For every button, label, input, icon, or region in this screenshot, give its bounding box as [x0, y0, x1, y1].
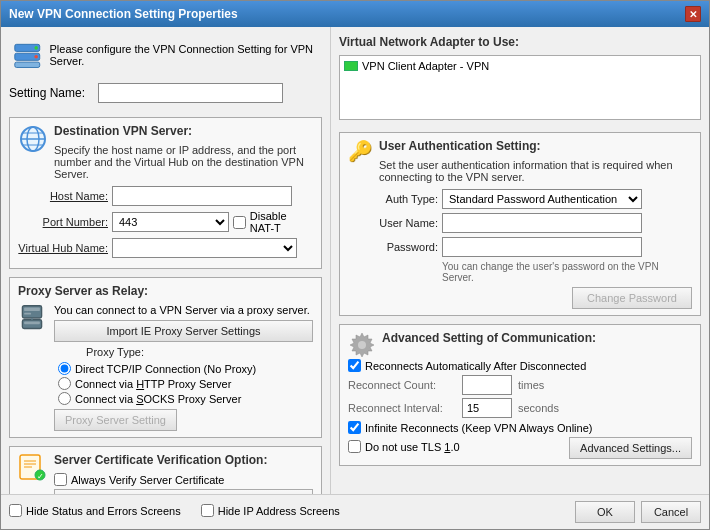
proxy-radio-http[interactable] [58, 377, 71, 390]
close-button[interactable]: ✕ [685, 6, 701, 22]
seconds-label: seconds [518, 402, 559, 414]
user-auth-section: 🔑 User Authentication Setting: Set the u… [339, 132, 701, 316]
left-panel: Please configure the VPN Connection Sett… [1, 27, 331, 494]
hide-status-label: Hide Status and Errors Screens [26, 505, 181, 517]
header-description: Please configure the VPN Connection Sett… [50, 43, 319, 67]
proxy-icon [18, 304, 46, 332]
port-label: Port Number: [18, 216, 108, 228]
proxy-option-1: Connect via HTTP Proxy Server [58, 377, 313, 390]
bottom-checkboxes: Hide Status and Errors Screens Hide IP A… [9, 504, 340, 520]
infinite-reconnect-label: Infinite Reconnects (Keep VPN Always Onl… [365, 422, 592, 434]
destination-desc: Specify the host name or IP address, and… [54, 144, 313, 180]
reconnect-count-input[interactable] [462, 375, 512, 395]
port-select[interactable]: 443 [112, 212, 229, 232]
adapter-list: VPN Client Adapter - VPN [339, 55, 701, 120]
reconnect-count-row: Reconnect Count: times [348, 375, 692, 395]
no-tls-row: Do not use TLS 1.0 [348, 440, 460, 453]
adv-bottom-row: Do not use TLS 1.0 Advanced Settings... [348, 437, 692, 459]
always-verify-row: Always Verify Server Certificate [54, 473, 313, 486]
cert-title: Server Certificate Verification Option: [54, 453, 313, 467]
proxy-option-0: Direct TCP/IP Connection (No Proxy) [58, 362, 313, 375]
hub-select[interactable] [112, 238, 297, 258]
auth-type-row: Auth Type: Standard Password Authenticat… [348, 189, 692, 209]
port-row: Port Number: 443 Disable NAT-T [18, 210, 313, 234]
proxy-radio-direct[interactable] [58, 362, 71, 375]
svg-rect-11 [24, 308, 40, 312]
auth-title: User Authentication Setting: [379, 139, 692, 153]
gear-icon [348, 331, 376, 359]
hostname-label: Host Name: [18, 190, 108, 202]
adapter-section: Virtual Network Adapter to Use: VPN Clie… [339, 35, 701, 124]
auth-header: 🔑 User Authentication Setting: Set the u… [348, 139, 692, 189]
import-proxy-button[interactable]: Import IE Proxy Server Settings [54, 320, 313, 342]
hostname-input[interactable] [112, 186, 292, 206]
reconnect-auto-row: Reconnects Automatically After Disconnec… [348, 359, 692, 372]
advanced-content: Advanced Setting of Communication: [382, 331, 692, 351]
proxy-label-socks: Connect via SOCKS Proxy Server [75, 393, 241, 405]
dialog-window: New VPN Connection Setting Properties ✕ … [0, 0, 710, 530]
hub-label: Virtual Hub Name: [18, 242, 108, 254]
hide-status-row: Hide Status and Errors Screens [9, 504, 181, 517]
svg-point-3 [34, 55, 38, 59]
proxy-option-2: Connect via SOCKS Proxy Server [58, 392, 313, 405]
username-label: User Name: [348, 217, 438, 229]
bottom-bar: Hide Status and Errors Screens Hide IP A… [1, 494, 709, 529]
advanced-title: Advanced Setting of Communication: [382, 331, 692, 345]
disable-nat-checkbox[interactable] [233, 216, 246, 229]
password-row: Password: [348, 237, 692, 257]
password-hint: You can change the user's password on th… [442, 261, 692, 283]
setting-name-input[interactable] [98, 83, 283, 103]
proxy-inner: You can connect to a VPN Server via a pr… [18, 304, 313, 431]
infinite-reconnect-checkbox[interactable] [348, 421, 361, 434]
right-panel: Virtual Network Adapter to Use: VPN Clie… [331, 27, 709, 494]
disable-nat-label: Disable NAT-T [250, 210, 313, 234]
svg-rect-4 [15, 62, 40, 67]
adapter-name: VPN Client Adapter - VPN [362, 60, 489, 72]
adapter-status-dot [344, 61, 358, 71]
reconnect-interval-input[interactable] [462, 398, 512, 418]
svg-rect-12 [24, 313, 31, 315]
no-tls-label: Do not use TLS 1.0 [365, 441, 460, 453]
no-tls-checkbox[interactable] [348, 440, 361, 453]
proxy-setting-button[interactable]: Proxy Server Setting [54, 409, 177, 431]
auth-description: Set the user authentication information … [379, 159, 692, 183]
main-content: Please configure the VPN Connection Sett… [1, 27, 709, 494]
proxy-radio-group: Direct TCP/IP Connection (No Proxy) Conn… [58, 362, 313, 405]
proxy-title: Proxy Server as Relay: [18, 284, 313, 298]
destination-title: Destination VPN Server: [54, 124, 313, 138]
infinite-reconnect-row: Infinite Reconnects (Keep VPN Always Onl… [348, 421, 692, 434]
hide-ip-checkbox[interactable] [201, 504, 214, 517]
proxy-type-label: Proxy Type: [54, 346, 144, 358]
certificate-icon: ✓ [18, 453, 46, 481]
destination-header: Destination VPN Server: Specify the host… [18, 124, 313, 186]
svg-rect-14 [24, 322, 40, 325]
auth-type-select[interactable]: Standard Password Authentication [442, 189, 642, 209]
change-password-row: Change Password [348, 287, 692, 309]
advanced-settings-button[interactable]: Advanced Settings... [569, 437, 692, 459]
certificate-section: ✓ Server Certificate Verification Option… [9, 446, 322, 494]
times-label: times [518, 379, 544, 391]
reconnect-auto-checkbox[interactable] [348, 359, 361, 372]
proxy-radio-socks[interactable] [58, 392, 71, 405]
change-password-button[interactable]: Change Password [572, 287, 692, 309]
password-label: Password: [348, 241, 438, 253]
ok-button[interactable]: OK [575, 501, 635, 523]
hide-ip-row: Hide IP Address Screens [201, 504, 340, 517]
proxy-section: Proxy Server as Relay: You can connect t… [9, 277, 322, 438]
username-input[interactable] [442, 213, 642, 233]
setting-name-row: Setting Name: [9, 83, 322, 103]
bottom-buttons: OK Cancel [575, 501, 701, 523]
cancel-button[interactable]: Cancel [641, 501, 701, 523]
password-input[interactable] [442, 237, 642, 257]
hub-row: Virtual Hub Name: [18, 238, 313, 258]
proxy-type-row: Proxy Type: [54, 346, 313, 358]
hide-status-checkbox[interactable] [9, 504, 22, 517]
always-verify-checkbox[interactable] [54, 473, 67, 486]
svg-point-1 [34, 46, 38, 50]
hide-ip-label: Hide IP Address Screens [218, 505, 340, 517]
proxy-setting-row: Proxy Server Setting [54, 409, 313, 431]
advanced-header: Advanced Setting of Communication: [348, 331, 692, 359]
proxy-content: You can connect to a VPN Server via a pr… [54, 304, 313, 431]
svg-point-23 [358, 341, 366, 349]
window-title: New VPN Connection Setting Properties [9, 7, 238, 21]
